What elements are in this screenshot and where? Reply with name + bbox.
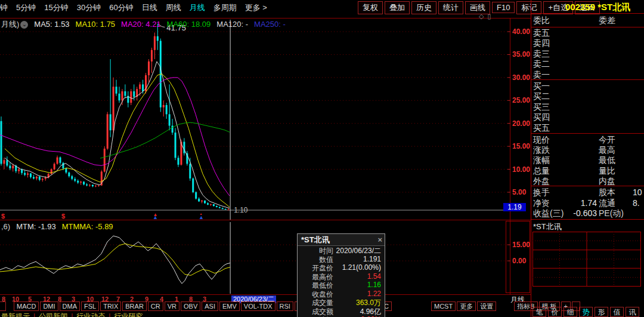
window-icon[interactable]: ▯ xyxy=(487,13,494,20)
dividend-marker-icon[interactable]: $ xyxy=(61,213,65,220)
menu-item-30分钟[interactable]: 30分钟 xyxy=(77,2,101,13)
field-label: 流通 xyxy=(599,198,615,209)
candle-body xyxy=(89,185,91,186)
tab-fragment xyxy=(0,301,6,311)
news-tab-最新提示[interactable]: 最新提示 xyxy=(1,312,30,317)
mini-tab-形[interactable]: 形 xyxy=(595,307,608,317)
menu-item-日线[interactable]: 日线 xyxy=(142,2,157,13)
toolbar-button-F10[interactable]: F10 xyxy=(492,2,515,13)
indicator-tab-MACD[interactable]: MACD xyxy=(14,301,39,311)
indicator-tab-TRIX[interactable]: TRIX xyxy=(100,301,121,311)
field-label: 涨幅 xyxy=(533,155,550,166)
toolbar-button-历史[interactable]: 历史 xyxy=(411,1,436,14)
indicator-tab-VR[interactable]: VR xyxy=(165,301,179,311)
event-marker-icon[interactable]: ▲ xyxy=(200,212,203,216)
y-tick-label: 20.00 xyxy=(512,119,532,128)
close-icon[interactable]: × xyxy=(377,234,382,246)
menu-item-更多 >[interactable]: 更多 > xyxy=(245,2,267,13)
indicator-tab-CR[interactable]: CR xyxy=(148,301,163,311)
news-tab-bar: 最新提示|公司新闻|行业动态|行业研究 xyxy=(1,312,143,317)
news-tab-行业动态[interactable]: 行业动态 xyxy=(76,312,105,317)
field-label: 买五 xyxy=(533,123,550,134)
indicator-tab-VOL-TDX[interactable]: VOL-TDX xyxy=(241,301,275,311)
candle-body xyxy=(98,185,100,186)
candle-body xyxy=(124,91,126,96)
indicator-tab-RSI[interactable]: RSI xyxy=(277,301,293,311)
indicator-tab-BRAR[interactable]: BRAR xyxy=(122,301,147,311)
ma-labels: MA5: 1.53MA10: 1.75MA20: 4.21MA60: 18.09… xyxy=(34,20,291,29)
candle-body xyxy=(178,158,179,165)
candle-body xyxy=(3,160,5,164)
diamond-icon[interactable]: ◇ xyxy=(479,13,487,20)
indicator-tab-ASI[interactable]: ASI xyxy=(202,301,218,311)
ma-label: MA60: 18.09 xyxy=(167,20,211,29)
info-row: 总量量比 xyxy=(531,166,644,176)
menu-item-5分钟[interactable]: 5分钟 xyxy=(16,2,36,13)
indicator-tab-DMI[interactable]: DMI xyxy=(40,301,58,311)
menu-item-60分钟[interactable]: 60分钟 xyxy=(109,2,133,13)
indicator-tab-OBV[interactable]: OBV xyxy=(181,301,200,311)
candle-body xyxy=(163,105,165,107)
field-label: 总量 xyxy=(533,166,550,177)
candle-body xyxy=(71,176,73,179)
news-tab-行业研究[interactable]: 行业研究 xyxy=(114,312,143,317)
candle-body xyxy=(189,164,191,178)
last-price-badge: 1.19 xyxy=(503,203,526,211)
candle-body xyxy=(45,177,47,178)
chart-corner-icons[interactable]: ◇▯ xyxy=(479,13,495,20)
chevron-down-circle-icon[interactable]: ⌄ xyxy=(20,21,28,29)
candle-body xyxy=(175,133,177,158)
indicator-tab-EMV[interactable]: EMV xyxy=(219,301,240,311)
mini-tab-值[interactable]: 值 xyxy=(610,307,624,317)
candle-body xyxy=(216,206,218,207)
candle-body xyxy=(33,177,35,178)
popup-row-value: 1.54 xyxy=(367,272,381,281)
news-tab-公司新闻[interactable]: 公司新闻 xyxy=(39,312,67,317)
toolbar-button-叠加[interactable]: 叠加 xyxy=(385,1,410,14)
event-marker-icon[interactable]: ▲ xyxy=(153,212,158,217)
dividend-marker-icon[interactable]: $ xyxy=(1,213,5,220)
candle-body xyxy=(151,50,153,61)
popup-row-value: 1.21(0.00%) xyxy=(342,263,381,272)
mini-tab-讯[interactable]: 讯 xyxy=(626,307,639,317)
indicator-tab-更多[interactable]: 更多 xyxy=(457,301,476,311)
candle-body xyxy=(6,160,8,165)
mini-tab-细[interactable]: 细 xyxy=(564,307,577,317)
weicha-label: 委差 xyxy=(599,16,615,26)
candle-body xyxy=(74,179,76,181)
buy-row-1: 买一 xyxy=(531,81,644,91)
y-tick-label: 15.00 xyxy=(512,142,532,150)
indicator-tab-MCST[interactable]: MCST xyxy=(431,301,456,311)
field-label: 股本 xyxy=(599,187,615,198)
indicator-tab-DMA[interactable]: DMA xyxy=(60,301,80,311)
menu-item-月线[interactable]: 月线 xyxy=(190,2,205,13)
field-label: 内盘 xyxy=(599,176,615,187)
indicator-tab-FSL[interactable]: FSL xyxy=(81,301,99,311)
field-label: 买三 xyxy=(533,102,550,113)
candle-body xyxy=(68,173,70,176)
buy-row-3: 买三 xyxy=(531,102,644,112)
candle-body xyxy=(30,173,32,177)
mini-tab-价[interactable]: 价 xyxy=(548,307,562,317)
candle-body xyxy=(142,84,144,91)
main-candle-chart[interactable]: 1.1041.75$$▲▲▲▲ xyxy=(0,18,531,221)
mtm-line-MTMMA xyxy=(0,244,230,275)
intraday-mini-grid xyxy=(532,232,641,287)
sell-row-2: 卖二 xyxy=(531,59,644,69)
y-tick-label: 30.00 xyxy=(512,73,532,82)
mtm-indicator-chart[interactable] xyxy=(0,221,531,296)
mini-tab-笔[interactable]: 笔 xyxy=(532,307,546,317)
field-label: 外盘 xyxy=(533,176,550,187)
fin-row: 净资1.74流通8. xyxy=(531,198,644,208)
mini-tab-势[interactable]: 势 xyxy=(579,307,593,317)
menu-item-钟[interactable]: 钟 xyxy=(0,2,8,13)
menu-item-多周期[interactable]: 多周期 xyxy=(213,2,237,13)
menu-item-15分钟[interactable]: 15分钟 xyxy=(44,2,68,13)
menu-item-周线[interactable]: 周线 xyxy=(166,2,181,13)
popup-row-value: 1.16 xyxy=(367,281,381,289)
toolbar-button-复权[interactable]: 复权 xyxy=(358,1,383,14)
indicator-tab-设置[interactable]: 设置 xyxy=(477,301,496,311)
toolbar-button-统计[interactable]: 统计 xyxy=(438,1,463,14)
kline-data-popup[interactable]: *ST北讯 × 时间2020/06/23/二数值1.191开盘价1.21(0.0… xyxy=(297,233,385,317)
field-label: 净资 xyxy=(533,198,550,209)
